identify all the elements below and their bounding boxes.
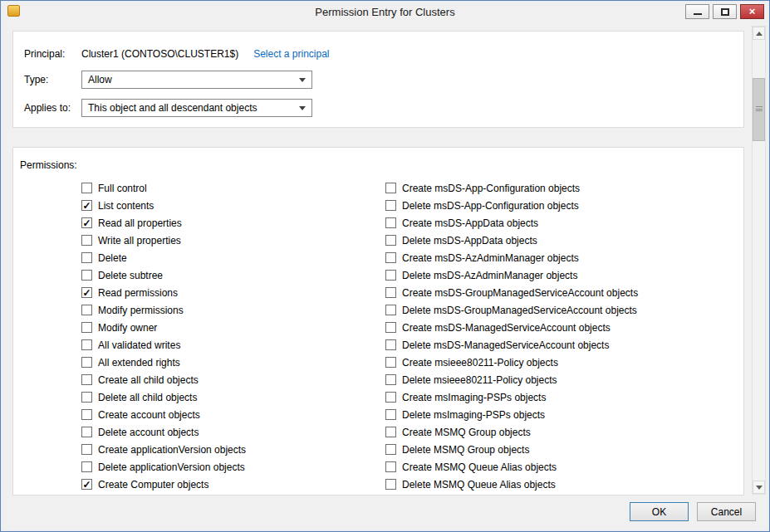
checkbox-unchecked-icon[interactable] xyxy=(81,183,92,193)
scroll-up-button[interactable] xyxy=(753,27,765,40)
permission-item: Delete msDS-ManagedServiceAccount object… xyxy=(385,336,638,354)
checkbox-checked-icon[interactable]: ✓ xyxy=(81,479,92,490)
checkbox-unchecked-icon[interactable] xyxy=(81,392,92,403)
permission-label: Create MSMQ Queue Alias objects xyxy=(402,461,557,473)
select-principal-link[interactable]: Select a principal xyxy=(253,48,329,60)
permission-item: Create account objects xyxy=(81,406,246,423)
permission-label: Delete msDS-GroupManagedServiceAccount o… xyxy=(402,305,637,316)
checkbox-unchecked-icon[interactable] xyxy=(385,200,396,211)
permission-item: Write all properties xyxy=(81,232,246,249)
permission-item: ✓Read all properties xyxy=(81,214,246,232)
principal-label: Principal: xyxy=(24,48,81,60)
permission-item: Create MSMQ Group objects xyxy=(385,423,638,441)
scrollbar-thumb[interactable] xyxy=(753,78,765,141)
permission-item: Delete all child objects xyxy=(81,388,246,406)
permission-label: Delete MSMQ Queue Alias objects xyxy=(402,479,556,491)
checkbox-unchecked-icon[interactable] xyxy=(81,444,92,455)
permission-item: ✓Read permissions xyxy=(81,284,246,301)
principal-row: Principal: Cluster1 (CONTOSO\CLUSTER1$) … xyxy=(24,48,330,60)
checkbox-unchecked-icon[interactable] xyxy=(385,287,396,298)
checkbox-unchecked-icon[interactable] xyxy=(81,322,92,333)
type-dropdown-value: Allow xyxy=(88,74,112,85)
checkbox-unchecked-icon[interactable] xyxy=(385,444,396,455)
checkbox-unchecked-icon[interactable] xyxy=(385,374,396,385)
permission-item: ✓List contents xyxy=(81,197,246,214)
maximize-icon xyxy=(721,8,729,16)
permission-item: All validated writes xyxy=(81,336,246,354)
cancel-button[interactable]: Cancel xyxy=(697,502,756,521)
permissions-panel: Permissions: Full control✓List contents✓… xyxy=(12,147,744,495)
checkbox-unchecked-icon[interactable] xyxy=(385,427,396,437)
permission-item: Delete MSMQ Queue Alias objects xyxy=(385,476,638,493)
checkbox-unchecked-icon[interactable] xyxy=(81,270,92,281)
applies-to-label: Applies to: xyxy=(24,102,81,114)
permission-label: Delete msDS-AzAdminManager objects xyxy=(402,270,577,281)
titlebar[interactable]: Permission Entry for Clusters × xyxy=(1,1,769,22)
maximize-button[interactable] xyxy=(713,4,737,19)
permission-label: List contents xyxy=(98,200,154,212)
permission-label: Create Computer objects xyxy=(98,479,208,491)
checkbox-unchecked-icon[interactable] xyxy=(81,427,92,437)
type-row: Type: Allow xyxy=(24,71,312,89)
checkbox-unchecked-icon[interactable] xyxy=(385,217,396,228)
permission-label: Read permissions xyxy=(98,287,178,299)
applies-to-dropdown-value: This object and all descendant objects xyxy=(88,102,257,114)
permission-label: Delete msDS-App-Configuration objects xyxy=(402,200,579,212)
permission-item: All extended rights xyxy=(81,354,246,371)
checkbox-unchecked-icon[interactable] xyxy=(385,305,396,315)
checkbox-unchecked-icon[interactable] xyxy=(81,305,92,315)
principal-panel: Principal: Cluster1 (CONTOSO\CLUSTER1$) … xyxy=(12,31,744,128)
permission-item: Create msieee80211-Policy objects xyxy=(385,354,638,371)
permission-item: Delete msDS-AppData objects xyxy=(385,232,638,249)
checkbox-unchecked-icon[interactable] xyxy=(385,322,396,333)
checkbox-unchecked-icon[interactable] xyxy=(385,339,396,350)
scrollbar-grip-icon xyxy=(756,106,763,111)
type-label: Type: xyxy=(24,74,81,85)
checkbox-unchecked-icon[interactable] xyxy=(385,479,396,490)
vertical-scrollbar[interactable] xyxy=(752,26,766,495)
minimize-button[interactable] xyxy=(685,4,709,19)
ok-button[interactable]: OK xyxy=(630,502,689,521)
permission-item: Full control xyxy=(81,179,246,197)
checkbox-unchecked-icon[interactable] xyxy=(385,252,396,263)
permission-label: Create account objects xyxy=(98,409,200,421)
checkbox-checked-icon[interactable]: ✓ xyxy=(81,200,92,211)
arrow-up-icon xyxy=(756,32,763,36)
permission-item: Create applicationVersion objects xyxy=(81,441,246,458)
checkbox-unchecked-icon[interactable] xyxy=(385,409,396,420)
close-button[interactable]: × xyxy=(740,4,764,19)
checkbox-unchecked-icon[interactable] xyxy=(81,252,92,263)
checkbox-unchecked-icon[interactable] xyxy=(385,235,396,246)
checkbox-unchecked-icon[interactable] xyxy=(81,339,92,350)
chevron-down-icon xyxy=(299,78,306,82)
permission-label: Delete subtree xyxy=(98,270,163,281)
checkbox-unchecked-icon[interactable] xyxy=(81,357,92,368)
checkbox-unchecked-icon[interactable] xyxy=(385,357,396,368)
type-dropdown[interactable]: Allow xyxy=(81,71,312,89)
permission-label: Create msDS-GroupManagedServiceAccount o… xyxy=(402,287,638,299)
checkbox-unchecked-icon[interactable] xyxy=(81,235,92,246)
checkbox-checked-icon[interactable]: ✓ xyxy=(81,217,92,228)
applies-to-dropdown[interactable]: This object and all descendant objects xyxy=(81,99,312,117)
checkbox-unchecked-icon[interactable] xyxy=(81,374,92,385)
permission-label: Create msDS-ManagedServiceAccount object… xyxy=(402,322,611,334)
permission-item: ✓Create Computer objects xyxy=(81,476,246,493)
scroll-down-button[interactable] xyxy=(753,481,765,494)
permission-label: Read all properties xyxy=(98,217,182,229)
checkbox-unchecked-icon[interactable] xyxy=(385,183,396,193)
checkbox-unchecked-icon[interactable] xyxy=(81,409,92,420)
checkbox-checked-icon[interactable]: ✓ xyxy=(81,287,92,298)
checkbox-unchecked-icon[interactable] xyxy=(81,461,92,472)
permissions-column-right: Create msDS-App-Configuration objectsDel… xyxy=(385,179,638,493)
permission-item: Create MSMQ Queue Alias objects xyxy=(385,458,638,476)
dialog-icon xyxy=(7,5,20,17)
permission-label: Write all properties xyxy=(98,235,181,246)
checkbox-unchecked-icon[interactable] xyxy=(385,270,396,281)
permission-item: Create msDS-ManagedServiceAccount object… xyxy=(385,319,638,336)
checkbox-unchecked-icon[interactable] xyxy=(385,461,396,472)
checkbox-unchecked-icon[interactable] xyxy=(385,392,396,403)
permission-item: Delete msDS-GroupManagedServiceAccount o… xyxy=(385,301,638,319)
permission-item: Create all child objects xyxy=(81,371,246,388)
permission-label: Create msImaging-PSPs objects xyxy=(402,392,546,403)
permissions-column-left: Full control✓List contents✓Read all prop… xyxy=(81,179,246,493)
